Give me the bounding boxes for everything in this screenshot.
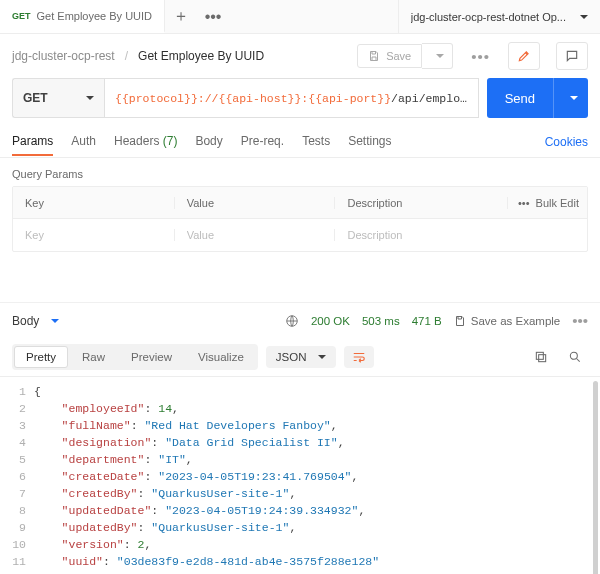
- response-view-tabs: Pretty Raw Preview Visualize JSON: [0, 338, 600, 377]
- view-pretty[interactable]: Pretty: [14, 346, 68, 368]
- col-value: Value: [174, 197, 335, 209]
- params-row: [13, 219, 587, 251]
- svg-rect-1: [539, 355, 546, 362]
- tab-params[interactable]: Params: [12, 128, 53, 156]
- param-desc-input[interactable]: [347, 229, 495, 241]
- save-options-button[interactable]: [422, 43, 453, 69]
- request-tab[interactable]: GET Get Employee By UUID: [0, 0, 165, 33]
- response-time: 503 ms: [362, 315, 400, 327]
- chevron-down-icon: [312, 351, 326, 363]
- request-subtabs: Params Auth Headers (7) Body Pre-req. Te…: [0, 126, 600, 158]
- bulk-edit-link[interactable]: Bulk Edit: [536, 197, 579, 209]
- query-params-label: Query Params: [0, 158, 600, 186]
- search-icon: [568, 350, 582, 364]
- tab-headers[interactable]: Headers (7): [114, 128, 177, 156]
- request-options-button[interactable]: •••: [471, 48, 490, 65]
- response-status-bar: Body 200 OK 503 ms 471 B Save as Example…: [0, 302, 600, 338]
- url-input[interactable]: {{protocol}}://{{api-host}}:{{api-port}}…: [104, 78, 479, 118]
- breadcrumb-row: jdg-cluster-ocp-rest / Get Employee By U…: [0, 34, 600, 78]
- wrap-icon: [352, 351, 366, 363]
- edit-button[interactable]: [508, 42, 540, 70]
- url-path: /api/employees/uuid/03de83f9-e2d8-481d..…: [391, 92, 468, 105]
- headers-count: (7): [163, 134, 178, 148]
- cookies-link[interactable]: Cookies: [545, 135, 588, 149]
- send-button-group: Send: [487, 78, 588, 118]
- param-key-input[interactable]: [25, 229, 162, 241]
- response-body-viewer[interactable]: 123456789101112 { "employeeId": 14, "ful…: [0, 377, 600, 574]
- status-code: 200 OK: [311, 315, 350, 327]
- svg-rect-2: [536, 352, 543, 359]
- tab-tests[interactable]: Tests: [302, 128, 330, 156]
- chevron-down-icon: [574, 11, 588, 23]
- params-header-row: Key Value Description ••• Bulk Edit: [13, 187, 587, 219]
- environment-selector[interactable]: jdg-cluster-ocp-rest-dotnet Op...: [398, 0, 600, 33]
- view-preview[interactable]: Preview: [119, 346, 184, 368]
- tab-title: Get Employee By UUID: [37, 10, 153, 22]
- save-button[interactable]: Save: [357, 44, 422, 68]
- save-button-group: Save: [357, 43, 453, 69]
- send-button[interactable]: Send: [487, 78, 553, 118]
- format-select[interactable]: JSON: [266, 346, 337, 368]
- copy-button[interactable]: [528, 346, 554, 368]
- save-icon: [368, 50, 380, 62]
- response-json: { "employeeId": 14, "fullName": "Red Hat…: [34, 383, 600, 574]
- breadcrumb-parent[interactable]: jdg-cluster-ocp-rest: [12, 49, 115, 63]
- new-tab-button[interactable]: ＋: [165, 6, 197, 27]
- breadcrumb-separator: /: [125, 49, 128, 63]
- chevron-down-icon: [45, 314, 59, 328]
- save-label: Save: [386, 50, 411, 62]
- tab-headers-label: Headers: [114, 134, 159, 148]
- line-gutter: 123456789101112: [0, 383, 34, 574]
- view-mode-group: Pretty Raw Preview Visualize: [12, 344, 258, 370]
- col-key: Key: [13, 197, 174, 209]
- response-section-toggle[interactable]: Body: [12, 314, 59, 328]
- view-raw[interactable]: Raw: [70, 346, 117, 368]
- tab-body[interactable]: Body: [195, 128, 222, 156]
- bulk-actions-icon[interactable]: •••: [518, 197, 530, 209]
- url-bar: GET {{protocol}}://{{api-host}}:{{api-po…: [0, 78, 600, 118]
- tab-prereq[interactable]: Pre-req.: [241, 128, 284, 156]
- save-icon: [454, 315, 466, 327]
- view-visualize[interactable]: Visualize: [186, 346, 256, 368]
- tab-method-badge: GET: [12, 11, 31, 21]
- environment-name: jdg-cluster-ocp-rest-dotnet Op...: [411, 11, 566, 23]
- comment-button[interactable]: [556, 42, 588, 70]
- svg-point-3: [570, 352, 577, 359]
- comment-icon: [565, 49, 579, 63]
- chevron-down-icon: [80, 91, 94, 105]
- line-wrap-button[interactable]: [344, 346, 374, 368]
- params-table: Key Value Description ••• Bulk Edit: [12, 186, 588, 252]
- globe-icon[interactable]: [285, 314, 299, 328]
- save-as-example-button[interactable]: Save as Example: [454, 315, 561, 327]
- tab-auth[interactable]: Auth: [71, 128, 96, 156]
- scrollbar[interactable]: [593, 381, 598, 574]
- copy-icon: [534, 350, 548, 364]
- response-body-label: Body: [12, 314, 39, 328]
- col-actions: ••• Bulk Edit: [507, 197, 587, 209]
- pencil-icon: [517, 49, 531, 63]
- response-size: 471 B: [412, 315, 442, 327]
- tab-settings[interactable]: Settings: [348, 128, 391, 156]
- response-options-button[interactable]: •••: [572, 312, 588, 329]
- tab-bar: GET Get Employee By UUID ＋ ••• jdg-clust…: [0, 0, 600, 34]
- param-value-input[interactable]: [187, 229, 323, 241]
- tab-overflow-button[interactable]: •••: [197, 8, 229, 26]
- url-variable: {{protocol}}://{{api-host}}:{{api-port}}: [115, 92, 391, 105]
- breadcrumb-current: Get Employee By UUID: [138, 49, 264, 63]
- send-options-button[interactable]: [553, 78, 588, 118]
- col-description: Description: [334, 197, 507, 209]
- save-as-example-label: Save as Example: [471, 315, 561, 327]
- format-value: JSON: [276, 351, 307, 363]
- method-select[interactable]: GET: [12, 78, 104, 118]
- search-button[interactable]: [562, 346, 588, 368]
- method-value: GET: [23, 91, 48, 105]
